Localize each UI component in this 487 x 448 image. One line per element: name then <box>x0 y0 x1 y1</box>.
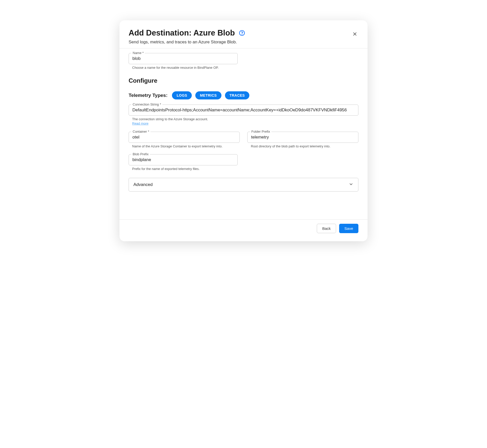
connection-string-wrapper: Connection String * The connection strin… <box>129 105 358 126</box>
name-field-wrapper: Name * Choose a name for the reusable re… <box>129 53 238 70</box>
configure-title: Configure <box>129 77 358 84</box>
header-divider <box>119 48 368 48</box>
container-outline: Container * <box>129 132 240 143</box>
folder-prefix-helper: Root directory of the blob path to expor… <box>247 144 358 148</box>
chevron-down-icon <box>349 182 354 188</box>
telemetry-label: Telemetry Types: <box>129 93 167 98</box>
row-blob-prefix: Blob Prefix Prefix for the name of expor… <box>129 154 358 171</box>
container-label: Container * <box>131 130 150 133</box>
name-input[interactable] <box>129 53 237 64</box>
blob-prefix-helper: Prefix for the name of exported telemetr… <box>129 167 238 171</box>
connection-string-helper: The connection string to the Azure Stora… <box>129 117 358 121</box>
modal-subtitle: Send logs, metrics, and traces to an Azu… <box>129 40 351 45</box>
save-button[interactable]: Save <box>339 224 358 233</box>
connection-string-label: Connection String * <box>131 102 162 106</box>
row-container-folder: Container * Name of the Azure Storage Co… <box>129 132 358 148</box>
folder-prefix-col: Folder Prefix Root directory of the blob… <box>247 132 358 148</box>
container-helper: Name of the Azure Storage Container to e… <box>129 144 240 148</box>
chip-logs[interactable]: LOGS <box>172 91 192 99</box>
advanced-expander[interactable]: Advanced <box>129 178 358 192</box>
blob-prefix-col: Blob Prefix Prefix for the name of expor… <box>129 154 238 171</box>
container-input[interactable] <box>129 132 239 143</box>
svg-point-1 <box>242 34 242 35</box>
advanced-label: Advanced <box>133 182 153 187</box>
folder-prefix-label: Folder Prefix <box>250 130 271 133</box>
connection-string-input[interactable] <box>129 105 358 115</box>
close-icon <box>352 31 357 37</box>
blob-prefix-label: Blob Prefix <box>131 152 150 156</box>
folder-prefix-outline: Folder Prefix <box>247 132 358 143</box>
modal-title: Add Destination: Azure Blob <box>129 28 235 38</box>
folder-prefix-input[interactable] <box>248 132 358 143</box>
container-col: Container * Name of the Azure Storage Co… <box>129 132 240 148</box>
name-field-label: Name * <box>131 51 145 55</box>
close-button[interactable] <box>351 30 358 38</box>
header-text: Add Destination: Azure Blob Send logs, m… <box>129 28 351 45</box>
name-field-helper: Choose a name for the reusable resource … <box>129 66 238 70</box>
back-button[interactable]: Back <box>317 224 336 233</box>
blob-prefix-input[interactable] <box>129 154 237 165</box>
modal-header: Add Destination: Azure Blob Send logs, m… <box>129 28 358 45</box>
chip-traces[interactable]: TRACES <box>225 91 250 99</box>
connection-string-link[interactable]: Read more <box>129 122 148 125</box>
modal-footer: Back Save <box>119 219 368 233</box>
help-icon[interactable] <box>239 30 245 36</box>
connection-string-outline: Connection String * <box>129 105 358 116</box>
modal-dialog: Add Destination: Azure Blob Send logs, m… <box>119 20 368 241</box>
form-body: Name * Choose a name for the reusable re… <box>129 53 358 192</box>
modal-title-row: Add Destination: Azure Blob <box>129 28 351 38</box>
chip-metrics[interactable]: METRICS <box>195 91 221 99</box>
name-field-outline: Name * <box>129 53 238 64</box>
telemetry-row: Telemetry Types: LOGS METRICS TRACES <box>129 91 358 99</box>
blob-prefix-outline: Blob Prefix <box>129 154 238 165</box>
